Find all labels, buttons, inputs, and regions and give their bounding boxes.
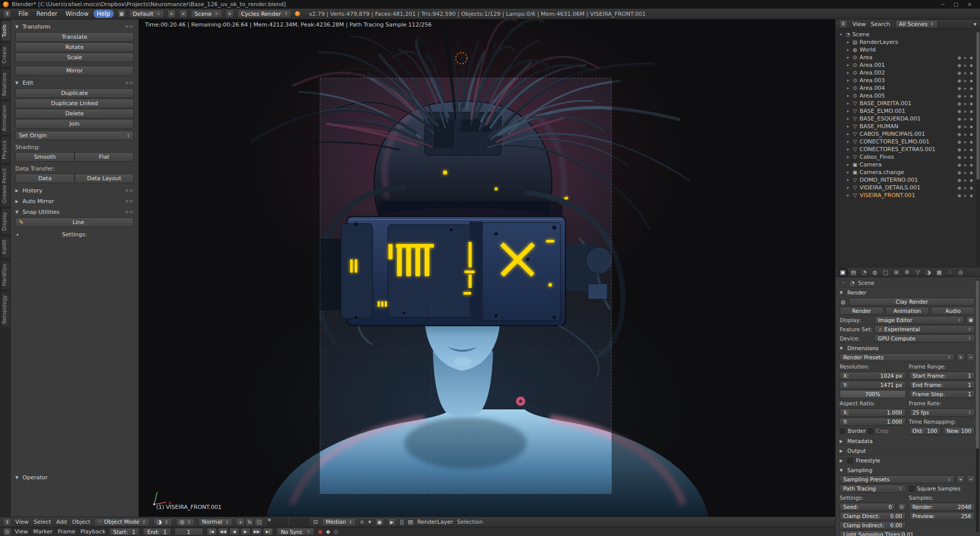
seed-field[interactable]: Seed:0 bbox=[840, 503, 896, 511]
properties-tab-physics[interactable]: ◎ bbox=[955, 268, 966, 277]
freestyle-checkbox[interactable] bbox=[847, 458, 853, 464]
eye-toggle-icon[interactable]: ◉ bbox=[958, 63, 962, 68]
layer-cell[interactable] bbox=[272, 518, 275, 522]
menu-file[interactable]: File bbox=[15, 10, 32, 18]
render-engine-selector[interactable]: Cycles Render⇕ bbox=[237, 10, 291, 18]
layer-cell[interactable] bbox=[302, 518, 305, 522]
delete-button[interactable]: Delete bbox=[15, 109, 134, 118]
properties-tab-modifiers[interactable]: ⚙ bbox=[902, 268, 912, 277]
outliner-row-area.002[interactable]: ▸⊙Area.002◉▸▪ bbox=[836, 69, 980, 77]
lock-icon[interactable]: ⊡ bbox=[313, 519, 318, 525]
outliner-view-menu[interactable]: View bbox=[852, 21, 866, 28]
square-samples-checkbox[interactable]: Square Samples bbox=[909, 485, 961, 492]
selectable-toggle-icon[interactable]: ▸ bbox=[964, 116, 967, 121]
transport-button-3[interactable]: ▶ bbox=[240, 528, 251, 535]
expander-icon[interactable]: ▸ bbox=[845, 40, 851, 44]
expander-icon[interactable]: ▸ bbox=[845, 170, 851, 175]
layer-cell[interactable] bbox=[306, 522, 309, 526]
render-toggle-icon[interactable]: ▪ bbox=[970, 132, 973, 137]
layer-cell[interactable] bbox=[272, 522, 275, 526]
resolution-x-field[interactable]: X:1024 px bbox=[840, 372, 906, 380]
expander-icon[interactable]: ▸ bbox=[845, 93, 851, 98]
timeline-menu-playback[interactable]: Playback bbox=[80, 528, 105, 535]
render-toggle-icon[interactable]: ▪ bbox=[970, 155, 973, 160]
time-remap-new-field[interactable]: New:100 bbox=[943, 427, 975, 435]
eye-toggle-icon[interactable]: ◉ bbox=[958, 170, 962, 175]
layer-cell[interactable] bbox=[298, 522, 301, 526]
sync-dropdown[interactable]: No Sync⇕ bbox=[277, 528, 314, 535]
selectable-toggle-icon[interactable]: ▸ bbox=[964, 139, 967, 144]
section-output[interactable]: ▶Output bbox=[836, 446, 980, 455]
menu-render[interactable]: Render bbox=[33, 10, 61, 18]
outliner-row-conectores_elmo.001[interactable]: ▸▽CONECTORES_ELMO.001◉▸▪ bbox=[836, 138, 980, 145]
start-frame-field[interactable]: Start Frame:1 bbox=[909, 372, 975, 380]
selectable-toggle-icon[interactable]: ▸ bbox=[964, 178, 967, 183]
aspect-y-field[interactable]: Y:1.000 bbox=[840, 418, 906, 426]
properties-tab-world[interactable]: ◍ bbox=[870, 268, 880, 277]
crop-checkbox[interactable]: Crop bbox=[868, 428, 889, 434]
close-icon[interactable]: × bbox=[215, 11, 219, 16]
panel-snap-utilities[interactable]: ▼Snap Utilities≡≡ bbox=[15, 208, 134, 216]
translate-button[interactable]: Translate bbox=[15, 32, 134, 42]
end-frame-field[interactable]: End Frame:1 bbox=[909, 381, 975, 389]
render-toggle-icon[interactable]: ▪ bbox=[970, 70, 973, 76]
timeline-menu-view[interactable]: View bbox=[15, 528, 28, 535]
eye-toggle-icon[interactable]: ◉ bbox=[958, 178, 962, 183]
expander-icon[interactable]: ▸ bbox=[845, 116, 851, 121]
eye-toggle-icon[interactable]: ◉ bbox=[958, 139, 962, 144]
panel-edit[interactable]: ▼Edit≡≡ bbox=[15, 79, 134, 87]
render-toggle-icon[interactable]: ▪ bbox=[970, 139, 973, 144]
tool-tab-xold0[interactable]: Xold0 bbox=[1, 236, 10, 258]
tool-tab-tools[interactable]: Tools bbox=[1, 20, 10, 41]
add-screen-button[interactable]: + bbox=[167, 10, 176, 18]
eye-toggle-icon[interactable]: ◉ bbox=[958, 147, 962, 152]
transport-button-0[interactable]: |◀ bbox=[207, 528, 217, 535]
selectable-toggle-icon[interactable]: ▸ bbox=[964, 78, 967, 83]
outliner-search-menu[interactable]: Search bbox=[871, 21, 890, 28]
render-toggle-icon[interactable]: ▪ bbox=[970, 78, 973, 83]
expander-icon[interactable]: ▸ bbox=[845, 70, 851, 75]
eye-toggle-icon[interactable]: ◉ bbox=[958, 116, 962, 121]
outliner-row-base_human[interactable]: ▸▽BASE_HUMAN◉▸▪ bbox=[836, 123, 980, 130]
expander-icon[interactable]: ▸ bbox=[845, 47, 851, 52]
duplicate-button[interactable]: Duplicate bbox=[15, 88, 134, 98]
light-sampling-field[interactable]: Light Sampling Thres:0.01 bbox=[840, 530, 906, 536]
preview-samples-field[interactable]: Preview:256 bbox=[909, 512, 975, 520]
eye-toggle-icon[interactable]: ◉ bbox=[958, 185, 962, 190]
clay-render-dropdown[interactable]: Clay Render bbox=[849, 298, 975, 306]
tool-tab-hardops[interactable]: HardOps bbox=[1, 260, 10, 290]
close-button[interactable]: × bbox=[968, 2, 972, 7]
properties-tab-material[interactable]: ◑ bbox=[923, 268, 934, 277]
section-freestyle[interactable]: ▶Freestyle bbox=[836, 456, 980, 465]
outliner-row-base_direita.001[interactable]: ▸▽BASE_DIREITA.001◉▸▪ bbox=[836, 100, 980, 107]
expander-icon[interactable]: ▸ bbox=[845, 63, 851, 67]
display-mode-dropdown[interactable]: All Scenes⇕ bbox=[895, 20, 938, 28]
outliner-row-base_elmo.001[interactable]: ▸▽BASE_ELMO.001◉▸▪ bbox=[836, 107, 980, 115]
rotate-button[interactable]: Rotate bbox=[15, 42, 134, 52]
duplicate-linked-button[interactable]: Duplicate Linked bbox=[15, 99, 134, 108]
expander-icon[interactable]: ▸ bbox=[845, 55, 851, 60]
add-scene-button[interactable]: + bbox=[226, 10, 234, 18]
eye-toggle-icon[interactable]: ◉ bbox=[958, 86, 962, 91]
tool-tab-display[interactable]: Display bbox=[1, 208, 10, 235]
properties-tab-particles[interactable]: ∴ bbox=[945, 268, 955, 277]
layer-cell[interactable] bbox=[276, 518, 279, 522]
outliner-row-scene[interactable]: ▾◔Scene bbox=[836, 31, 980, 38]
border-checkbox[interactable]: Border bbox=[840, 428, 866, 434]
snap-line-button[interactable]: ✎Line bbox=[15, 217, 134, 227]
layer-cell[interactable] bbox=[298, 518, 301, 522]
animation-button[interactable]: Animation bbox=[886, 307, 929, 315]
expander-icon[interactable]: ▸ bbox=[845, 124, 851, 129]
minimize-button[interactable]: ─ bbox=[941, 2, 944, 7]
pivot-median-dropdown[interactable]: Median⇕ bbox=[322, 518, 356, 526]
selection-label[interactable]: Selection bbox=[457, 519, 483, 525]
manipulator-icon-1[interactable]: ↻ bbox=[246, 518, 254, 526]
render-toggle-icon[interactable]: ▪ bbox=[970, 147, 973, 152]
opengl-render-anim-icon[interactable]: ▶ bbox=[388, 518, 396, 526]
eye-toggle-icon[interactable]: ◉ bbox=[958, 132, 962, 137]
outliner-row-renderlayers[interactable]: ▸▤RenderLayers bbox=[836, 38, 980, 46]
clamp-direct-field[interactable]: Clamp Direct:0.00 bbox=[840, 512, 906, 520]
add-preset-button[interactable]: + bbox=[957, 353, 965, 361]
outliner-row-camera.change[interactable]: ▸▣Camera.change◉▸▪ bbox=[836, 168, 980, 176]
render-toggle-icon[interactable]: ▪ bbox=[970, 109, 973, 114]
